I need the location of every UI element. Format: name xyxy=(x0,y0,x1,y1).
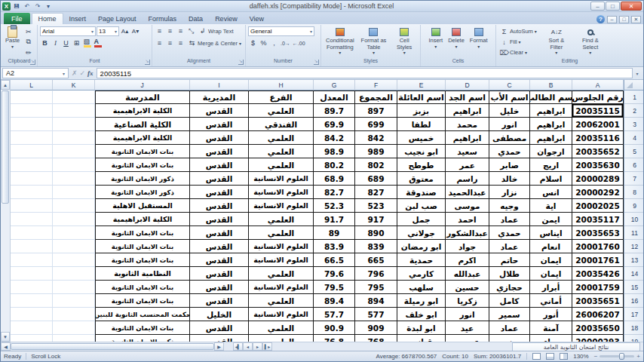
cell-E10[interactable]: جمل xyxy=(397,213,446,226)
underline-button[interactable]: U xyxy=(61,38,71,48)
align-top-icon[interactable]: ≡ xyxy=(155,26,164,36)
borders-icon[interactable]: ⊞ xyxy=(72,38,81,48)
row-header-10[interactable]: 10 xyxy=(624,213,643,226)
font-size-select[interactable]: 13▾ xyxy=(97,26,119,36)
row-header-11[interactable]: 11 xyxy=(624,226,643,240)
cell-E3[interactable]: لطفا xyxy=(397,118,446,131)
zoom-out-icon[interactable]: − xyxy=(594,353,598,360)
cell-I17[interactable]: الخليل xyxy=(190,308,249,321)
cell-F7[interactable]: 689 xyxy=(355,172,397,186)
qat-dropdown-icon[interactable]: ▾ xyxy=(44,2,53,11)
cell-D6[interactable]: عمر xyxy=(446,158,489,172)
row-header-1[interactable]: 1 xyxy=(624,90,643,104)
cell-J19[interactable]: ذكور الايمان الثانوية xyxy=(95,335,190,342)
cell-G13[interactable]: 66.5 xyxy=(314,253,355,267)
prev-sheet-icon[interactable]: ◂ xyxy=(243,342,253,351)
cell-D1[interactable]: اسم الجد xyxy=(446,90,489,104)
cell-D13[interactable]: اكرم xyxy=(446,253,489,267)
maximize-button[interactable]: □ xyxy=(606,2,620,11)
cell-A11[interactable]: 20035653 xyxy=(572,226,624,240)
orientation-icon[interactable]: ⤡ xyxy=(186,26,196,36)
cell-F16[interactable]: 894 xyxy=(355,294,397,308)
fill-color-icon[interactable]: ▧ xyxy=(82,38,92,48)
cell-C14[interactable]: طلال xyxy=(489,267,530,281)
cell-A1[interactable]: رقم الجلوس xyxy=(572,90,624,104)
cell-C10[interactable]: عماد xyxy=(489,213,530,226)
cell-I9[interactable]: القدس xyxy=(190,199,249,213)
cell-A13[interactable]: 20001761 xyxy=(572,253,624,267)
help-icon[interactable]: ? xyxy=(596,15,605,23)
cell-F11[interactable]: 890 xyxy=(355,226,397,240)
column-header-D[interactable]: D xyxy=(446,80,489,90)
cell-E17[interactable]: ابو خلف xyxy=(397,308,446,321)
cell-C7[interactable]: خالد xyxy=(489,172,530,186)
cell-G4[interactable]: 84.2 xyxy=(314,131,355,145)
wrap-text-button[interactable]: ↲Wrap Text xyxy=(197,26,235,36)
cell-D8[interactable]: عبدالحميد xyxy=(446,186,489,199)
column-header-L[interactable]: L xyxy=(11,80,53,90)
cell-K17[interactable] xyxy=(53,308,95,321)
cell-K4[interactable] xyxy=(53,131,95,145)
cell-D4[interactable]: ابراهيم xyxy=(446,131,489,145)
save-icon[interactable]: 💾︎ xyxy=(12,2,21,11)
active-sheet-tab[interactable]: نتائج امتحان الثانوية العامة xyxy=(512,342,640,351)
cell-K7[interactable] xyxy=(53,172,95,186)
cell-E4[interactable]: خميس xyxy=(397,131,446,145)
cut-icon[interactable]: ✂ xyxy=(23,26,33,36)
row-header-13[interactable]: 13 xyxy=(624,253,643,267)
workbook-restore-button[interactable]: □ xyxy=(619,16,629,23)
cell-B11[interactable]: ايناس xyxy=(530,226,572,240)
cell-D18[interactable]: عيد xyxy=(446,321,489,335)
cell-L7[interactable] xyxy=(11,172,53,186)
cell-L12[interactable] xyxy=(11,240,53,253)
cell-E15[interactable]: سلهب xyxy=(397,281,446,294)
increase-decimal-icon[interactable]: .0→ xyxy=(280,38,291,48)
cell-J6[interactable]: بنات الايمان الثانوية xyxy=(95,158,190,172)
cell-K11[interactable] xyxy=(53,226,95,240)
cell-H17[interactable]: العلوم الانسانية xyxy=(249,308,314,321)
cell-C18[interactable]: عماد xyxy=(489,321,530,335)
vertical-scroll-thumb[interactable] xyxy=(2,90,9,204)
cell-G15[interactable]: 79.5 xyxy=(314,281,355,294)
row-header-15[interactable]: 15 xyxy=(624,281,643,294)
page-layout-view-icon[interactable] xyxy=(546,353,554,360)
tab-insert[interactable]: Insert xyxy=(63,13,93,24)
formula-bar-expand-icon[interactable]: ▾ xyxy=(633,68,642,78)
cell-D12[interactable]: جواد xyxy=(446,240,489,253)
cell-C9[interactable]: وجيه xyxy=(489,199,530,213)
cell-L18[interactable] xyxy=(11,321,53,335)
column-header-B[interactable]: B xyxy=(530,80,572,90)
cell-D11[interactable]: عبدالشكور xyxy=(446,226,489,240)
scroll-right-icon[interactable]: ▶ xyxy=(214,342,224,351)
row-header-5[interactable]: 5 xyxy=(624,145,643,158)
scroll-left-icon[interactable]: ◀ xyxy=(1,342,11,351)
cell-H11[interactable]: العلمي xyxy=(249,226,314,240)
zoom-level[interactable]: 130% xyxy=(573,353,588,360)
cell-L6[interactable] xyxy=(11,158,53,172)
percent-style-icon[interactable]: % xyxy=(259,38,268,48)
cell-A5[interactable]: 20035652 xyxy=(572,145,624,158)
cell-D9[interactable]: موسى xyxy=(446,199,489,213)
cell-J11[interactable]: بنات الايمان الثانوية xyxy=(95,226,190,240)
cell-F15[interactable]: 795 xyxy=(355,281,397,294)
formula-input[interactable]: 20035115 xyxy=(97,68,633,78)
cell-J2[interactable]: الكلية الابراهيمية xyxy=(95,104,190,118)
cell-E18[interactable]: ابو لبدة xyxy=(397,321,446,335)
cell-B6[interactable]: اريج xyxy=(530,158,572,172)
column-header-G[interactable]: G xyxy=(314,80,355,90)
tab-view[interactable]: View xyxy=(244,13,270,24)
cell-G14[interactable]: 79.6 xyxy=(314,267,355,281)
cell-I5[interactable]: القدس xyxy=(190,145,249,158)
cell-D3[interactable]: محمد xyxy=(446,118,489,131)
cell-K5[interactable] xyxy=(53,145,95,158)
cell-B1[interactable]: اسم الطالب xyxy=(530,90,572,104)
cell-E11[interactable]: جولاني xyxy=(397,226,446,240)
cell-E12[interactable]: ابو رمضان xyxy=(397,240,446,253)
cell-K12[interactable] xyxy=(53,240,95,253)
cell-K9[interactable] xyxy=(53,199,95,213)
decrease-decimal-icon[interactable]: ←.00 xyxy=(292,38,306,48)
cell-A15[interactable]: 20001759 xyxy=(572,281,624,294)
cell-B12[interactable]: انعام xyxy=(530,240,572,253)
cell-L2[interactable] xyxy=(11,104,53,118)
cell-L3[interactable] xyxy=(11,118,53,131)
